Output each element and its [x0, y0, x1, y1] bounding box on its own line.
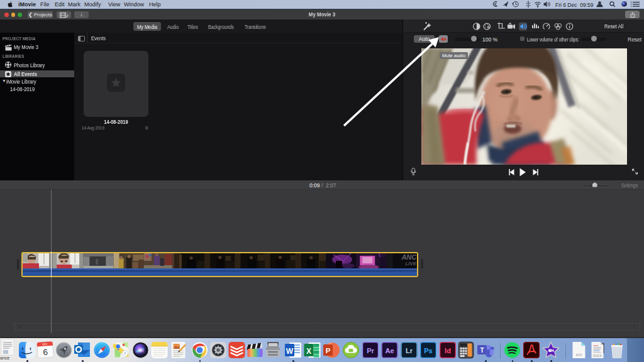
- svg-text:DOCX: DOCX: [593, 354, 601, 358]
- svg-text:RTF: RTF: [576, 353, 582, 357]
- svg-text:T: T: [480, 347, 484, 354]
- svg-text:Pr: Pr: [367, 347, 374, 354]
- svg-text:X: X: [306, 347, 311, 356]
- svg-text:Id: Id: [445, 347, 451, 354]
- svg-text:P: P: [326, 347, 331, 354]
- svg-text:DEC: DEC: [42, 343, 48, 346]
- svg-text:LIVE: LIVE: [405, 261, 416, 266]
- svg-text:6: 6: [43, 348, 48, 357]
- svg-text:Ps: Ps: [424, 347, 432, 354]
- svg-text:Lr: Lr: [406, 347, 413, 354]
- svg-text:ANC: ANC: [401, 253, 417, 261]
- svg-text:Ae: Ae: [385, 347, 394, 354]
- svg-text:W: W: [286, 347, 294, 356]
